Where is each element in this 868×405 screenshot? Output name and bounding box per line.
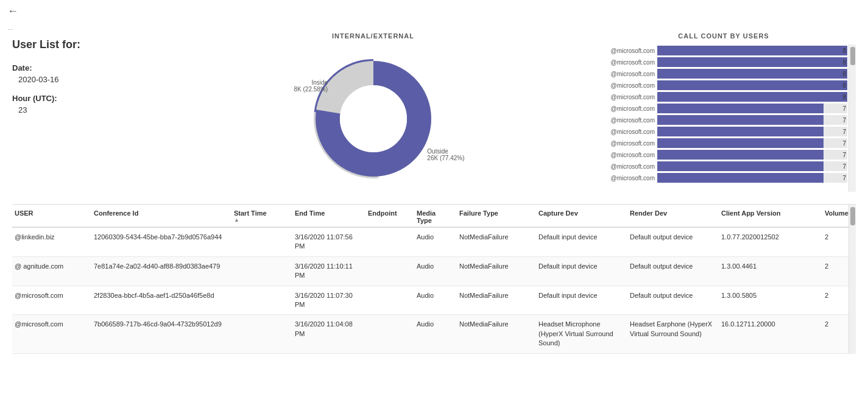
table-cell: 1.3.00.5805 (719, 291, 822, 310)
bar-value: 8 (842, 46, 846, 55)
table-cell: 3/16/2020 11:04:08 PM (292, 320, 365, 348)
table-cell: 3/16/2020 11:07:56 PM (292, 233, 365, 252)
inside-label: Inside 8K (22.58%) (294, 79, 328, 93)
bar-background: 7 (657, 173, 847, 183)
bar-row: @microsoft.com8 (600, 92, 847, 102)
bar-background: 8 (657, 92, 847, 102)
bar-row: @microsoft.com8 (600, 80, 847, 90)
col-media-type: MediaType (414, 210, 457, 224)
table-cell: Default output device (627, 262, 719, 281)
back-button[interactable]: ← (0, 0, 868, 23)
table-cell: 3/16/2020 11:10:11 PM (292, 262, 365, 281)
table-cell: NotMediaFailure (457, 291, 536, 310)
bar-value: 7 (842, 115, 846, 125)
bar-row: @microsoft.com8 (600, 46, 847, 55)
bar-label: @microsoft.com (600, 117, 655, 124)
bar-fill (657, 127, 824, 136)
bar-fill (657, 115, 824, 125)
donut-chart-panel: INTERNAL/EXTERNAL (152, 32, 594, 192)
date-value: 2020-03-16 (12, 75, 146, 84)
bar-fill (657, 161, 824, 171)
bar-value: 8 (842, 92, 846, 102)
bar-label: @microsoft.com (600, 105, 655, 112)
bar-row: @microsoft.com7 (600, 104, 847, 113)
bar-background: 7 (657, 138, 847, 148)
table-cell: NotMediaFailure (457, 320, 536, 348)
donut-chart-title: INTERNAL/EXTERNAL (332, 32, 414, 40)
bar-row: @microsoft.com7 (600, 127, 847, 136)
bar-value: 7 (842, 150, 846, 160)
table-cell: @microsoft.com (12, 320, 91, 348)
col-scrollbar-space (859, 210, 866, 224)
bar-fill (657, 46, 847, 55)
page-title: User List for: (12, 38, 146, 51)
bar-label: @microsoft.com (600, 152, 655, 158)
table-cell: @ agnitude.com (12, 262, 91, 281)
col-capture-dev: Capture Dev (536, 210, 627, 224)
table-header: USER Conference Id Start Time▲ End Time … (12, 205, 849, 228)
table-cell: Audio (414, 320, 457, 348)
bar-fill (657, 57, 847, 67)
bar-label: @microsoft.com (600, 129, 655, 135)
table-cell: 1.0.77.2020012502 (719, 233, 822, 252)
table-cell: Headset Earphone (HyperX Virtual Surroun… (627, 320, 719, 348)
table-cell (859, 262, 866, 281)
bar-fill (657, 173, 824, 183)
col-conference-id: Conference Id (91, 210, 231, 224)
table-cell (859, 320, 866, 348)
table-cell: Headset Microphone (HyperX Virtual Surro… (536, 320, 627, 348)
table-cell: @linkedin.biz (12, 233, 91, 252)
bar-row: @microsoft.com7 (600, 115, 847, 125)
date-label: Date: (12, 63, 146, 72)
bar-label: @microsoft.com (600, 163, 655, 170)
table-cell (859, 291, 866, 310)
bar-background: 8 (657, 57, 847, 67)
bar-chart-panel: CALL COUNT BY USERS @microsoft.com8@micr… (600, 32, 856, 192)
bar-value: 8 (842, 69, 846, 79)
bar-value: 7 (842, 161, 846, 171)
table-cell (859, 233, 866, 252)
breadcrumb: ... (0, 23, 868, 32)
table-cell (231, 233, 292, 252)
bar-fill (657, 150, 824, 160)
bar-row: @microsoft.com7 (600, 150, 847, 160)
scrollbar[interactable] (849, 205, 856, 354)
table-cell: 2f2830ea-bbcf-4b5a-aef1-d250a46f5e8d (91, 291, 231, 310)
bar-chart: @microsoft.com8@microsoft.com8@microsoft… (600, 46, 847, 183)
bar-value: 7 (842, 127, 846, 136)
table-cell: NotMediaFailure (457, 233, 536, 252)
table-cell: Default input device (536, 291, 627, 310)
bar-background: 8 (657, 46, 847, 55)
table-cell: @microsoft.com (12, 291, 91, 310)
col-end-time: End Time (292, 210, 365, 224)
hour-label: Hour (UTC): (12, 94, 146, 103)
bar-value: 7 (842, 138, 846, 148)
col-endpoint: Endpoint (365, 210, 414, 224)
col-start-time[interactable]: Start Time▲ (231, 210, 292, 224)
table-cell (365, 262, 414, 281)
bar-row: @microsoft.com8 (600, 69, 847, 79)
bar-row: @microsoft.com7 (600, 173, 847, 183)
table-cell (365, 233, 414, 252)
bar-background: 7 (657, 115, 847, 125)
bar-label: @microsoft.com (600, 71, 655, 77)
bar-value: 7 (842, 104, 846, 113)
table-cell (231, 262, 292, 281)
table-cell (365, 320, 414, 348)
bar-background: 7 (657, 161, 847, 171)
bar-fill (657, 138, 824, 148)
table-cell: Audio (414, 262, 457, 281)
outside-label: Outside 26K (77.42%) (427, 148, 464, 161)
bar-label: @microsoft.com (600, 175, 655, 181)
bar-value: 7 (842, 173, 846, 183)
table-cell: 16.0.12711.20000 (719, 320, 822, 348)
table-row: @linkedin.biz12060309-5434-45be-bba7-2b9… (12, 228, 849, 257)
col-render-dev: Render Dev (627, 210, 719, 224)
table-row: @ agnitude.com7e81a74e-2a02-4d40-af88-89… (12, 257, 849, 286)
bar-fill (657, 104, 824, 113)
table-cell (365, 291, 414, 310)
table-cell: 1.3.00.4461 (719, 262, 822, 281)
bar-row: @microsoft.com8 (600, 57, 847, 67)
bar-fill (657, 92, 847, 102)
table-cell: Default output device (627, 291, 719, 310)
